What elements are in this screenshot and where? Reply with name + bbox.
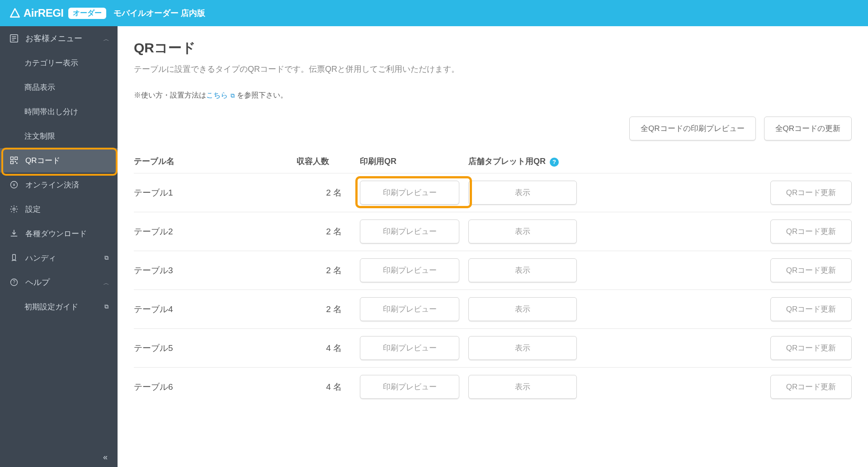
cell-capacity: 2 名	[297, 304, 360, 315]
table-row: テーブル32 名印刷プレビュー表示QRコード更新	[134, 251, 852, 290]
sidebar-item-label: ハンディ	[25, 253, 56, 263]
cell-table-name: テーブル4	[134, 304, 297, 315]
show-button[interactable]: 表示	[468, 375, 577, 399]
table-row: テーブル22 名印刷プレビュー表示QRコード更新	[134, 212, 852, 251]
col-tablet-qr: 店舗タブレット用QR ?	[468, 156, 586, 167]
cell-capacity: 4 名	[297, 381, 360, 393]
sidebar-item-category[interactable]: カテゴリー表示	[0, 51, 118, 75]
table-row: テーブル54 名印刷プレビュー表示QRコード更新	[134, 328, 852, 367]
handy-icon	[9, 253, 19, 263]
cell-print-qr: 印刷プレビュー	[360, 181, 468, 205]
cell-print-qr: 印刷プレビュー	[360, 219, 468, 243]
print-preview-button[interactable]: 印刷プレビュー	[360, 336, 459, 360]
sidebar-item-handy[interactable]: ハンディ ⧉	[0, 246, 118, 270]
print-preview-button[interactable]: 印刷プレビュー	[360, 375, 459, 399]
svg-rect-4	[11, 157, 14, 160]
sidebar-item-settings[interactable]: 設定	[0, 197, 118, 221]
external-link-icon: ⧉	[104, 254, 108, 262]
chevron-up-icon: 〈	[102, 36, 110, 42]
table-body: テーブル12 名印刷プレビュー表示QRコード更新テーブル22 名印刷プレビュー表…	[134, 173, 852, 406]
qr-refresh-button[interactable]: QRコード更新	[770, 181, 852, 205]
qr-refresh-button[interactable]: QRコード更新	[770, 336, 852, 360]
svg-rect-5	[15, 157, 18, 160]
refresh-all-button[interactable]: 全QRコードの更新	[764, 117, 852, 140]
print-preview-button[interactable]: 印刷プレビュー	[360, 297, 459, 321]
qr-refresh-button[interactable]: QRコード更新	[770, 219, 852, 243]
sidebar-item-downloads[interactable]: 各種ダウンロード	[0, 221, 118, 246]
sidebar-item-label: QRコード	[25, 155, 60, 166]
usage-link[interactable]: こちら ⧉	[206, 91, 235, 99]
col-tablet-qr-label: 店舗タブレット用QR	[468, 157, 546, 166]
cell-table-name: テーブル1	[134, 187, 297, 199]
cell-tablet-qr: 表示	[468, 181, 586, 205]
sidebar-label: お客様メニュー	[25, 33, 82, 44]
cell-refresh: QRコード更新	[586, 297, 852, 321]
qr-icon	[9, 155, 19, 165]
cell-table-name: テーブル2	[134, 226, 297, 238]
col-table-name: テーブル名	[134, 156, 297, 167]
sidebar-group-help[interactable]: ? ヘルプ 〈	[0, 270, 118, 294]
cell-refresh: QRコード更新	[586, 219, 852, 243]
cell-capacity: 2 名	[297, 187, 360, 199]
sidebar-item-init-guide[interactable]: 初期設定ガイド ⧉	[0, 294, 118, 319]
sidebar-item-label: カテゴリー表示	[24, 58, 78, 68]
cell-print-qr: 印刷プレビュー	[360, 258, 468, 282]
brand-triangle-icon	[9, 7, 21, 19]
svg-rect-8	[16, 163, 18, 164]
sidebar-item-label: オンライン決済	[25, 180, 79, 190]
table-row: テーブル12 名印刷プレビュー表示QRコード更新	[134, 173, 852, 212]
sidebar-item-order-limit[interactable]: 注文制限	[0, 124, 118, 148]
qr-refresh-button[interactable]: QRコード更新	[770, 258, 852, 282]
yen-icon: ¥	[9, 180, 19, 190]
svg-point-11	[13, 208, 15, 210]
show-button[interactable]: 表示	[468, 219, 577, 243]
usage-prefix: ※使い方・設置方法は	[134, 91, 206, 99]
main-content: QRコード テーブルに設置できるタイプのQRコードです。伝票QRと併用してご利用…	[118, 26, 868, 467]
sidebar-collapse-button[interactable]: «	[0, 447, 118, 467]
external-link-icon: ⧉	[104, 303, 108, 310]
sidebar-item-label: 時間帯出し分け	[24, 107, 78, 117]
cell-tablet-qr: 表示	[468, 297, 586, 321]
qr-refresh-button[interactable]: QRコード更新	[770, 375, 852, 399]
external-link-icon: ⧉	[231, 92, 235, 99]
cell-refresh: QRコード更新	[586, 181, 852, 205]
qr-refresh-button[interactable]: QRコード更新	[770, 297, 852, 321]
sidebar-group-customer-menu[interactable]: お客様メニュー 〈	[0, 26, 118, 51]
download-icon	[9, 229, 19, 238]
svg-text:¥: ¥	[12, 182, 15, 187]
sidebar-item-online-pay[interactable]: ¥ オンライン決済	[0, 173, 118, 197]
brand-name: AirREGI	[24, 7, 64, 19]
brand-badge: オーダー	[68, 8, 106, 19]
table-header: テーブル名 収容人数 印刷用QR 店舗タブレット用QR ?	[134, 151, 852, 173]
show-button[interactable]: 表示	[468, 336, 577, 360]
show-button[interactable]: 表示	[468, 181, 577, 205]
table-row: テーブル42 名印刷プレビュー表示QRコード更新	[134, 290, 852, 328]
svg-rect-7	[15, 161, 16, 163]
svg-text:?: ?	[13, 280, 15, 285]
show-button[interactable]: 表示	[468, 258, 577, 282]
preview-all-button[interactable]: 全QRコードの印刷プレビュー	[629, 117, 756, 140]
cell-capacity: 4 名	[297, 342, 360, 354]
sidebar-item-timeslot[interactable]: 時間帯出し分け	[0, 99, 118, 124]
col-print-qr: 印刷用QR	[360, 156, 468, 167]
menu-icon	[9, 33, 19, 43]
usage-link-text: こちら	[206, 91, 228, 99]
page-title: QRコード	[134, 39, 852, 57]
sidebar: お客様メニュー 〈 カテゴリー表示 商品表示 時間帯出し分け 注文制限 QRコー…	[0, 26, 118, 467]
help-tooltip-icon[interactable]: ?	[550, 158, 559, 167]
show-button[interactable]: 表示	[468, 297, 577, 321]
col-capacity: 収容人数	[297, 156, 360, 167]
print-preview-button[interactable]: 印刷プレビュー	[360, 219, 459, 243]
sidebar-item-product[interactable]: 商品表示	[0, 75, 118, 99]
app-header: AirREGI オーダー モバイルオーダー 店内版	[0, 0, 868, 26]
cell-tablet-qr: 表示	[468, 336, 586, 360]
cell-table-name: テーブル6	[134, 381, 297, 393]
cell-print-qr: 印刷プレビュー	[360, 297, 468, 321]
table-row: テーブル64 名印刷プレビュー表示QRコード更新	[134, 367, 852, 406]
cell-print-qr: 印刷プレビュー	[360, 336, 468, 360]
print-preview-button[interactable]: 印刷プレビュー	[360, 258, 459, 282]
top-actions: 全QRコードの印刷プレビュー 全QRコードの更新	[134, 117, 852, 140]
cell-print-qr: 印刷プレビュー	[360, 375, 468, 399]
sidebar-item-qr[interactable]: QRコード	[0, 148, 118, 173]
print-preview-button[interactable]: 印刷プレビュー	[360, 181, 459, 205]
